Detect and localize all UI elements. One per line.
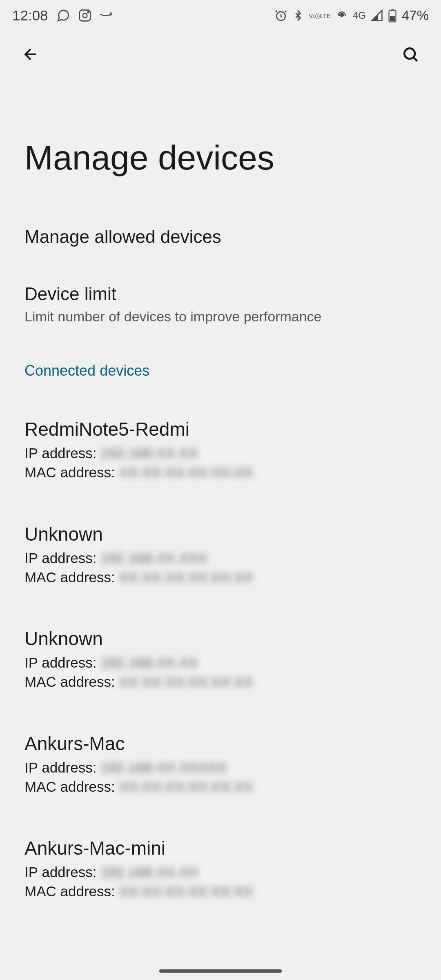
device-name: Unknown xyxy=(24,523,416,545)
volte-top: Vo)) xyxy=(309,13,320,19)
battery-icon xyxy=(388,9,397,22)
device-ip: IP address: 192.168.XX.XXXXX xyxy=(24,758,416,777)
status-bar: 12:08 Vo)) LTE 4G 47% xyxy=(0,0,441,28)
device-item[interactable]: RedmiNote5-RedmiIP address: 192.168.XX.X… xyxy=(24,418,416,482)
setting-subtitle: Limit number of devices to improve perfo… xyxy=(24,307,416,325)
device-ip: IP address: 192.168.XX.XX xyxy=(24,862,416,882)
device-mac: MAC address: XX:XX:XX:XX:XX:XX xyxy=(24,672,416,691)
connected-devices-header: Connected devices xyxy=(24,362,416,379)
battery-percentage: 47% xyxy=(402,8,429,23)
device-item[interactable]: UnknownIP address: 192.168.XX.XXXMAC add… xyxy=(24,523,416,587)
alarm-icon xyxy=(274,9,287,22)
setting-title: Device limit xyxy=(24,284,416,304)
app-bar xyxy=(0,28,441,65)
status-left: 12:08 xyxy=(12,7,114,24)
setting-manage-allowed-devices[interactable]: Manage allowed devices xyxy=(24,227,416,247)
back-button[interactable] xyxy=(20,44,41,65)
device-name: RedmiNote5-Redmi xyxy=(24,418,416,440)
device-name: Ankurs-Mac-mini xyxy=(24,837,416,859)
setting-title: Manage allowed devices xyxy=(24,227,416,247)
device-item[interactable]: Ankurs-MacIP address: 192.168.XX.XXXXXMA… xyxy=(24,733,416,797)
arrow-left-icon xyxy=(22,45,40,63)
svg-point-4 xyxy=(341,15,343,17)
whatsapp-icon xyxy=(56,9,70,22)
device-item[interactable]: UnknownIP address: 192.168.XX.XXMAC addr… xyxy=(24,628,416,692)
svg-point-8 xyxy=(404,48,415,59)
device-name: Ankurs-Mac xyxy=(24,733,416,755)
svg-point-2 xyxy=(87,12,89,13)
svg-point-1 xyxy=(82,13,87,18)
home-indicator[interactable] xyxy=(159,969,282,973)
swoosh-icon xyxy=(100,12,114,19)
network-type: 4G xyxy=(353,10,366,21)
device-mac: MAC address: XX:XX:XX:XX:XX:XX xyxy=(24,777,416,796)
hotspot-icon xyxy=(336,9,348,22)
content: Manage devices Manage allowed devices De… xyxy=(0,138,441,901)
instagram-icon xyxy=(78,9,91,22)
device-ip: IP address: 192.168.XX.XX xyxy=(24,653,416,672)
page-title: Manage devices xyxy=(24,138,416,178)
status-time: 12:08 xyxy=(12,7,48,24)
search-button[interactable] xyxy=(400,44,421,65)
volte-icon: Vo)) LTE xyxy=(309,13,331,19)
device-ip: IP address: 192.168.XX.XXX xyxy=(24,548,416,568)
volte-bottom: LTE xyxy=(320,13,331,19)
svg-rect-7 xyxy=(390,16,395,21)
setting-device-limit[interactable]: Device limit Limit number of devices to … xyxy=(24,284,416,325)
bluetooth-icon xyxy=(292,9,304,22)
status-right: Vo)) LTE 4G 47% xyxy=(274,8,429,23)
device-mac: MAC address: XX:XX:XX:XX:XX:XX xyxy=(24,463,416,482)
signal-icon xyxy=(371,9,383,22)
device-name: Unknown xyxy=(24,628,416,650)
search-icon xyxy=(401,45,419,63)
device-mac: MAC address: XX:XX:XX:XX:XX:XX xyxy=(24,568,416,587)
device-mac: MAC address: XX:XX:XX:XX:XX:XX xyxy=(24,882,416,901)
device-ip: IP address: 192.168.XX.XX xyxy=(24,443,416,463)
svg-rect-6 xyxy=(391,9,394,10)
device-item[interactable]: Ankurs-Mac-miniIP address: 192.168.XX.XX… xyxy=(24,837,416,901)
